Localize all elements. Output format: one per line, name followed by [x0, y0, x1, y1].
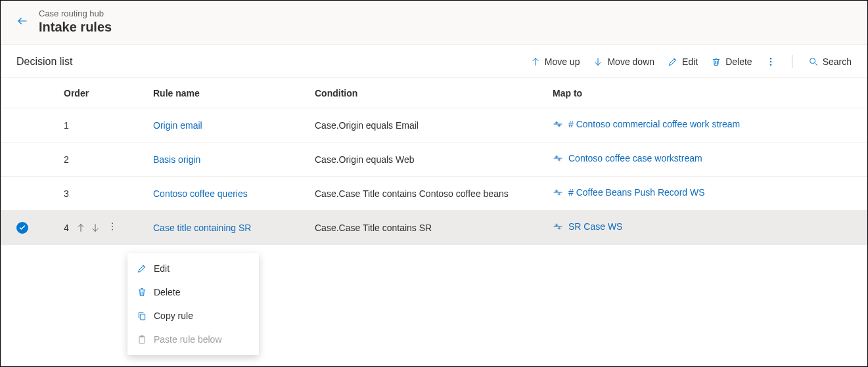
trash-icon	[711, 56, 721, 67]
trash-icon	[137, 287, 147, 297]
row-more-button[interactable]	[107, 221, 118, 234]
delete-button[interactable]: Delete	[711, 56, 752, 67]
pencil-icon	[137, 263, 147, 274]
order-cell: 3	[64, 188, 153, 199]
section-title: Decision list	[16, 56, 72, 68]
search-icon	[808, 56, 819, 67]
order-cell: 1	[64, 120, 153, 131]
rule-link[interactable]: Case title containing SR	[153, 223, 251, 233]
rule-link[interactable]: Origin email	[153, 120, 202, 131]
order-cell: 2	[64, 154, 153, 165]
delete-label: Delete	[725, 56, 752, 67]
toolbar: Decision list Move up Move down Edit Del…	[1, 45, 867, 78]
search-button[interactable]: Search	[808, 56, 852, 67]
table-row[interactable]: 3 Contoso coffee queries Case.Case Title…	[1, 177, 867, 211]
pencil-icon	[668, 56, 678, 67]
cm-edit-label: Edit	[154, 263, 170, 274]
map-label: SR Case WS	[568, 221, 622, 232]
svg-point-6	[112, 229, 113, 230]
copy-icon	[137, 311, 147, 321]
map-label: Contoso coffee case workstream	[568, 153, 702, 163]
condition-cell: Case.Origin equals Email	[315, 120, 553, 131]
col-rule[interactable]: Rule name	[153, 88, 315, 98]
more-button[interactable]	[765, 56, 776, 67]
table-row[interactable]: 2 Basis origin Case.Origin equals Web Co…	[1, 142, 867, 177]
kebab-icon	[765, 56, 776, 67]
row-move-down-icon[interactable]	[90, 223, 101, 233]
map-link[interactable]: SR Case WS	[553, 221, 622, 232]
kebab-icon	[107, 221, 118, 232]
back-arrow-icon[interactable]	[16, 15, 28, 29]
cm-copy-label: Copy rule	[154, 311, 193, 321]
workstream-icon	[553, 153, 563, 163]
move-up-button[interactable]: Move up	[530, 56, 580, 67]
workstream-icon	[553, 221, 563, 232]
cm-paste-label: Paste rule below	[154, 334, 222, 345]
workstream-icon	[553, 187, 563, 198]
cm-delete[interactable]: Delete	[127, 280, 259, 304]
condition-cell: Case.Case Title contains SR	[315, 223, 553, 233]
svg-point-0	[770, 58, 771, 59]
svg-point-2	[770, 64, 771, 66]
order-cell: 4	[64, 223, 69, 233]
table-row[interactable]: 4 Case title containing SR Case.Case Tit…	[1, 211, 867, 245]
row-selected-icon[interactable]	[16, 222, 28, 234]
col-map[interactable]: Map to	[553, 88, 862, 98]
col-order[interactable]: Order	[64, 88, 153, 98]
toolbar-separator	[792, 55, 792, 68]
page-title: Intake rules	[39, 20, 112, 35]
cm-paste: Paste rule below	[127, 328, 259, 351]
move-down-label: Move down	[607, 56, 654, 67]
search-label: Search	[823, 56, 852, 67]
context-menu: Edit Delete Copy rule Paste rule below	[127, 253, 259, 355]
table-row[interactable]: 1 Origin email Case.Origin equals Email …	[1, 108, 867, 142]
map-link[interactable]: # Coffee Beans Push Record WS	[553, 187, 705, 198]
table-header: Order Rule name Condition Map to	[1, 78, 867, 108]
workstream-icon	[553, 119, 563, 129]
cm-delete-label: Delete	[154, 287, 180, 297]
svg-point-5	[112, 226, 113, 227]
condition-cell: Case.Case Title contains Contoso coffee …	[315, 188, 553, 199]
page-header: Case routing hub Intake rules	[1, 1, 867, 45]
paste-icon	[137, 334, 147, 345]
row-move-up-icon[interactable]	[76, 223, 86, 233]
edit-label: Edit	[682, 56, 698, 67]
col-condition[interactable]: Condition	[315, 88, 553, 98]
map-link[interactable]: # Contoso commercial coffee work stream	[553, 119, 740, 129]
map-link[interactable]: Contoso coffee case workstream	[553, 153, 702, 163]
rule-link[interactable]: Basis origin	[153, 154, 200, 165]
arrow-down-icon	[593, 56, 603, 67]
map-label: # Coffee Beans Push Record WS	[568, 187, 705, 198]
svg-point-1	[770, 61, 771, 62]
move-down-button[interactable]: Move down	[593, 56, 654, 67]
map-label: # Contoso commercial coffee work stream	[568, 119, 740, 129]
svg-point-4	[112, 223, 113, 224]
svg-rect-7	[140, 314, 145, 320]
breadcrumb[interactable]: Case routing hub	[39, 9, 112, 18]
condition-cell: Case.Origin equals Web	[315, 154, 553, 165]
rule-link[interactable]: Contoso coffee queries	[153, 188, 248, 199]
cm-copy[interactable]: Copy rule	[127, 304, 259, 328]
cm-edit[interactable]: Edit	[127, 257, 259, 280]
decision-table: Order Rule name Condition Map to 1 Origi…	[1, 78, 867, 245]
svg-point-3	[810, 58, 815, 64]
arrow-up-icon	[530, 56, 541, 67]
edit-button[interactable]: Edit	[668, 56, 698, 67]
move-up-label: Move up	[545, 56, 580, 67]
